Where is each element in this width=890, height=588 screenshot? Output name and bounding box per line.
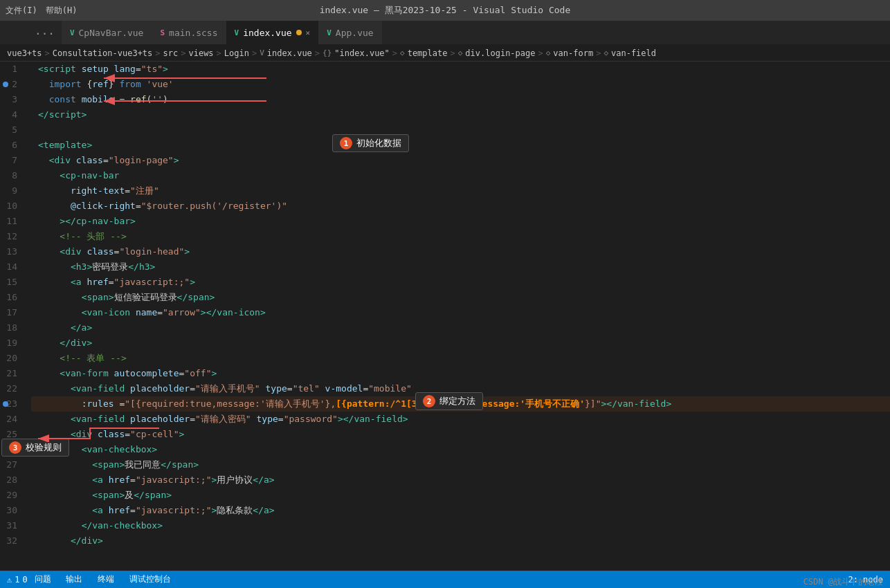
tab-close-icon[interactable]: ✕: [306, 28, 311, 37]
bc-indexvue-scope[interactable]: "index.vue": [334, 48, 389, 58]
bc-src[interactable]: src: [163, 48, 179, 58]
bc-van-form[interactable]: van-form: [553, 48, 593, 58]
line-number: 3: [12, 94, 17, 104]
vue-icon: V: [70, 28, 75, 37]
line-number: 15: [6, 277, 17, 287]
code-line[interactable]: [31, 122, 890, 138]
code-line[interactable]: <van-checkbox>: [31, 442, 890, 457]
code-line[interactable]: <span>我已同意</span>: [31, 457, 890, 472]
breakpoint-dot: [3, 401, 8, 407]
bc-template[interactable]: template: [408, 48, 448, 58]
bc-indexvue[interactable]: index.vue: [267, 48, 312, 58]
code-line[interactable]: :rules ="[{required:true,message:'请输入手机号…: [31, 396, 890, 412]
line-number: 10: [6, 201, 17, 211]
line-number: 11: [6, 216, 17, 226]
tab-more-button[interactable]: ···: [28, 23, 62, 44]
tab-cpnavbar[interactable]: V CpNavBar.vue: [62, 20, 152, 44]
tab-label-appvue: App.vue: [336, 28, 374, 38]
line-number: 7: [12, 155, 17, 165]
breadcrumb: vue3+ts > Consultation-vue3+ts > src > v…: [0, 45, 890, 62]
bc-van-field[interactable]: van-field: [611, 48, 656, 58]
bc-consultation[interactable]: Consultation-vue3+ts: [53, 48, 153, 58]
code-line[interactable]: <van-field placeholder="请输入手机号" type="te…: [31, 381, 890, 396]
line-number: 30: [6, 505, 17, 515]
code-line[interactable]: <div class="login-head">: [31, 244, 890, 259]
code-line[interactable]: <a href="javascript:;">隐私条款</a>: [31, 503, 890, 518]
menu-help[interactable]: 帮助(H): [46, 5, 78, 17]
line-number: 29: [6, 490, 17, 500]
code-line[interactable]: <template>: [31, 138, 890, 153]
bc-vue3ts[interactable]: vue3+ts: [7, 48, 42, 58]
code-line[interactable]: <van-field placeholder="请输入密码" type="pas…: [31, 412, 890, 427]
tab-appvue[interactable]: V App.vue: [318, 20, 381, 44]
breakpoint-dot: [3, 82, 8, 87]
window-title: index.vue — 黑马2023-10-25 - Visual Studio…: [320, 4, 571, 17]
line-number: 4: [12, 109, 17, 120]
code-line[interactable]: <h3>密码登录</h3>: [31, 259, 890, 275]
code-line[interactable]: <van-icon name="arrow"></van-icon>: [31, 305, 890, 320]
line-number: 9: [12, 185, 17, 196]
menu-bar[interactable]: 文件(I) 帮助(H): [6, 5, 77, 17]
code-line[interactable]: <span>短信验证码登录</span>: [31, 290, 890, 305]
code-line[interactable]: <cp-nav-bar: [31, 168, 890, 183]
line-number: 20: [6, 353, 17, 363]
warning-num: 0: [22, 575, 27, 585]
status-terms: 问题 输出 终端 调试控制台: [35, 573, 171, 585]
code-line[interactable]: </div>: [31, 336, 890, 351]
title-bar: 文件(I) 帮助(H) index.vue — 黑马2023-10-25 - V…: [0, 0, 890, 21]
code-line[interactable]: right-text="注册": [31, 183, 890, 199]
tab-bar: ··· V CpNavBar.vue S main.scss V index.v…: [0, 21, 890, 45]
code-line[interactable]: @click-right="$router.push('/register')": [31, 199, 890, 214]
code-line[interactable]: import {ref} from 'vue': [31, 77, 890, 92]
code-line[interactable]: <!-- 头部 -->: [31, 229, 890, 244]
code-editor[interactable]: <script setup lang="ts"> import {ref} fr…: [31, 62, 890, 571]
code-line[interactable]: </van-checkbox>: [31, 518, 890, 533]
code-line[interactable]: <!-- 表单 -->: [31, 351, 890, 366]
code-line[interactable]: <div class="cp-cell">: [31, 427, 890, 442]
line-number: 1: [12, 64, 17, 74]
code-line[interactable]: <van-form autocomplete="off">: [31, 366, 890, 381]
code-line[interactable]: <div class="login-page">: [31, 153, 890, 168]
code-line[interactable]: <span>及</span>: [31, 488, 890, 503]
code-line[interactable]: ></cp-nav-bar>: [31, 214, 890, 229]
line-number: 5: [12, 125, 17, 135]
line-number: 25: [6, 429, 17, 439]
code-line[interactable]: </a>: [31, 320, 890, 336]
line-number: 26: [6, 444, 17, 454]
line-number: 22: [6, 383, 17, 394]
line-number: 21: [6, 368, 17, 378]
code-line[interactable]: <a href="javascript:;">: [31, 275, 890, 290]
bc-div-login-page[interactable]: div.login-page: [465, 48, 535, 58]
status-bar: ⚠ 1 0 问题 输出 终端 调试控制台 2: node: [0, 571, 890, 588]
node-version: 2: node: [848, 575, 883, 585]
editor-container: 1234567891011121314151617181920212223242…: [0, 62, 890, 571]
error-num: 1: [15, 575, 19, 585]
tab-label-cpnavbar: CpNavBar.vue: [79, 28, 144, 38]
line-number: 12: [6, 231, 17, 241]
code-line[interactable]: </div>: [31, 533, 890, 549]
tab-indexvue[interactable]: V index.vue ✕: [226, 20, 319, 44]
line-number: 6: [12, 140, 17, 150]
menu-file[interactable]: 文件(I): [6, 5, 37, 17]
line-number: 32: [6, 535, 17, 546]
line-numbers-gutter: 1234567891011121314151617181920212223242…: [0, 62, 31, 571]
tab-label-indexvue: index.vue: [243, 28, 291, 38]
line-number: 31: [6, 520, 17, 531]
error-count: ⚠ 1 0: [7, 575, 28, 585]
error-icon: ⚠: [7, 575, 12, 585]
modified-dot: [296, 30, 302, 35]
tab-mainscss[interactable]: S main.scss: [152, 20, 226, 44]
line-number: 2: [12, 79, 17, 89]
scss-icon: S: [160, 28, 165, 37]
code-line[interactable]: </script>: [31, 107, 890, 122]
code-line[interactable]: <script setup lang="ts">: [31, 62, 890, 77]
line-number: 19: [6, 338, 17, 348]
code-line[interactable]: const mobile = ref(''): [31, 92, 890, 107]
line-number: 18: [6, 322, 17, 333]
line-number: 8: [12, 170, 17, 181]
bc-views[interactable]: views: [188, 48, 213, 58]
code-line[interactable]: <a href="javascript:;">用户协议</a>: [31, 472, 890, 488]
bc-login[interactable]: Login: [224, 48, 249, 58]
line-number: 14: [6, 261, 17, 272]
line-number: 13: [6, 246, 17, 257]
